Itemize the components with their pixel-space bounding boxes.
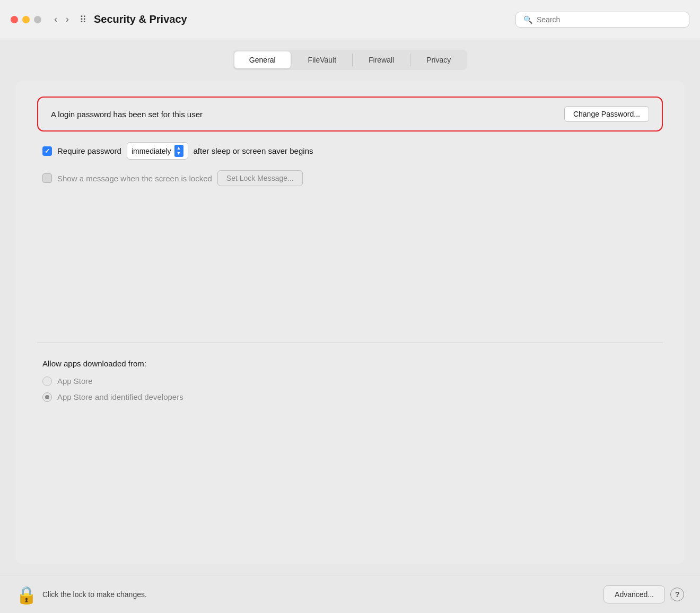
allow-apps-title: Allow apps downloaded from: [42,359,663,368]
app-store-label: App Store [57,376,93,386]
lock-text: Click the lock to make changes. [42,590,603,599]
app-store-identified-label: App Store and identified developers [57,392,183,401]
tab-divider-2 [352,54,353,66]
spacer-area [37,197,663,327]
tab-divider-1 [292,54,292,66]
window-controls [11,16,41,23]
nav-arrows: ‹ › [52,13,71,26]
lock-message-checkbox[interactable] [42,173,52,183]
password-label: A login password has been set for this u… [51,110,554,119]
tab-general[interactable]: General [234,51,291,68]
title-bar: ‹ › ⠿ Security & Privacy 🔍 [0,0,700,39]
search-input[interactable] [537,15,681,24]
lock-message-label: Show a message when the screen is locked [57,174,212,183]
bottom-bar: 🔒 Click the lock to make changes. Advanc… [0,575,700,613]
require-password-row: Require password immediately ▲ ▼ after s… [37,142,663,160]
lock-icon[interactable]: 🔒 [16,585,35,604]
close-button[interactable] [11,16,18,23]
immediately-dropdown[interactable]: immediately ▲ ▼ [127,142,188,160]
tab-filevault[interactable]: FileVault [293,51,351,68]
app-store-radio[interactable] [42,376,52,386]
lock-message-row: Show a message when the screen is locked… [37,170,663,186]
main-content: General FileVault Firewall Privacy A log… [0,39,700,575]
set-lock-message-button[interactable]: Set Lock Message... [217,170,303,186]
minimize-button[interactable] [22,16,30,23]
password-highlight-box: A login password has been set for this u… [37,97,663,132]
tab-divider-3 [410,54,410,66]
require-password-checkbox[interactable] [42,146,52,156]
after-sleep-label: after sleep or screen saver begins [194,146,313,155]
tab-privacy[interactable]: Privacy [412,51,466,68]
grid-icon[interactable]: ⠿ [80,14,86,25]
app-store-identified-radio[interactable] [42,392,52,402]
app-store-identified-option: App Store and identified developers [42,392,663,402]
help-button[interactable]: ? [670,588,684,601]
section-divider [37,343,663,343]
dropdown-arrows-icon: ▲ ▼ [174,145,183,157]
allow-apps-section: Allow apps downloaded from: App Store Ap… [37,359,663,408]
tab-container: General FileVault Firewall Privacy [233,50,467,70]
forward-button[interactable]: › [64,13,71,26]
search-icon: 🔍 [523,15,532,24]
advanced-button[interactable]: Advanced... [603,585,665,603]
immediately-label: immediately [132,147,171,155]
back-button[interactable]: ‹ [52,13,59,26]
settings-panel: A login password has been set for this u… [16,81,684,564]
maximize-button[interactable] [34,16,41,23]
change-password-button[interactable]: Change Password... [564,106,649,122]
bottom-spacer [37,419,663,549]
require-password-label: Require password [57,146,121,155]
search-bar: 🔍 [515,12,689,28]
tab-firewall[interactable]: Firewall [354,51,409,68]
app-store-option: App Store [42,376,663,386]
page-title: Security & Privacy [94,13,515,25]
tab-bar: General FileVault Firewall Privacy [16,50,684,70]
